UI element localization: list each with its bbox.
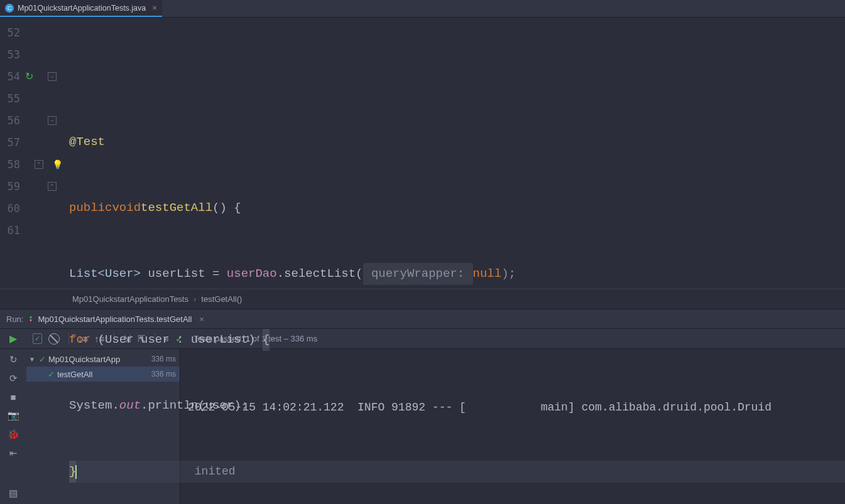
line-number: 59	[0, 180, 25, 193]
annotation: @Test	[69, 131, 105, 153]
toggle-autotest-button[interactable]: ⟳	[9, 373, 18, 384]
keyword: public	[69, 197, 112, 219]
editor-tab[interactable]: C Mp01QuickstartApplicationTests.java ×	[0, 0, 162, 17]
field: userDao	[227, 263, 277, 285]
line-number: 61	[0, 224, 25, 237]
show-passed-button[interactable]: ✓	[33, 333, 42, 344]
brace: {	[263, 329, 270, 351]
code-text: (User user : userList)	[90, 329, 263, 351]
code-editor[interactable]: 52 53 54↻− 55 56− 57 58⌃💡 59⌃ 60 61 @Tes…	[0, 18, 845, 289]
caret	[75, 465, 77, 479]
keyword: null	[473, 263, 502, 285]
line-number: 53	[0, 48, 25, 61]
run-side-toolbar: ↻ ⟳ ■ 📷 🐞 ⇤ ▤	[0, 349, 26, 504]
import-tests-button[interactable]: 🐞	[8, 429, 19, 440]
static-field: out	[119, 395, 141, 417]
java-class-icon: C	[5, 4, 14, 13]
tab-bar: C Mp01QuickstartApplicationTests.java ×	[0, 0, 845, 18]
tab-filename: Mp01QuickstartApplicationTests.java	[18, 4, 146, 13]
code-text: .selectList(	[277, 263, 363, 285]
run-label: Run:	[6, 314, 23, 324]
inlay-hint: queryWrapper:	[363, 263, 473, 285]
layout-button[interactable]: ▤	[9, 488, 18, 499]
rerun-failed-button[interactable]: ↻	[9, 354, 18, 365]
generic-type: <User>	[98, 263, 141, 285]
code-text: );	[501, 263, 516, 285]
code-text: ;	[241, 395, 248, 417]
keyword: for	[69, 329, 90, 351]
editor-gutter: 52 53 54↻− 55 56− 57 58⌃💡 59⌃ 60 61	[0, 18, 69, 289]
line-number: 60	[0, 202, 25, 215]
line-number: 54	[0, 70, 25, 83]
tree-arrow-icon[interactable]: ▼	[29, 356, 36, 363]
check-icon: ✓	[48, 370, 55, 379]
line-number: 57	[0, 136, 25, 149]
keyword: void	[112, 197, 141, 219]
intention-bulb-icon[interactable]: 💡	[52, 159, 63, 169]
fold-icon[interactable]: −	[48, 116, 57, 125]
code-text: userList =	[141, 263, 227, 285]
type: List	[69, 263, 98, 285]
fold-icon[interactable]: −	[48, 72, 57, 81]
rerun-button[interactable]: ▶	[9, 333, 17, 345]
show-ignored-button[interactable]	[48, 333, 60, 345]
stop-button[interactable]: ■	[10, 392, 16, 402]
fold-close-icon[interactable]: ⌃	[48, 182, 57, 191]
code-text: System.	[69, 395, 119, 417]
dump-button[interactable]: 📷	[8, 410, 19, 421]
test-status-icon: ▲▼	[28, 315, 33, 323]
method-name: testGetAll	[141, 197, 212, 219]
fold-close-icon[interactable]: ⌃	[35, 160, 43, 169]
line-number: 56	[0, 114, 25, 127]
export-button[interactable]: ⇤	[9, 448, 18, 459]
code-text: .println(user)	[141, 395, 241, 417]
line-number: 58	[0, 158, 25, 171]
check-icon: ✓	[39, 355, 46, 364]
line-number: 55	[0, 92, 25, 105]
run-gutter-icon[interactable]: ↻	[25, 70, 33, 82]
line-number: 52	[0, 26, 25, 39]
code-text: () {	[212, 197, 241, 219]
code-content[interactable]: @Test public void testGetAll() { List<Us…	[69, 18, 845, 289]
close-icon[interactable]: ×	[152, 3, 157, 13]
